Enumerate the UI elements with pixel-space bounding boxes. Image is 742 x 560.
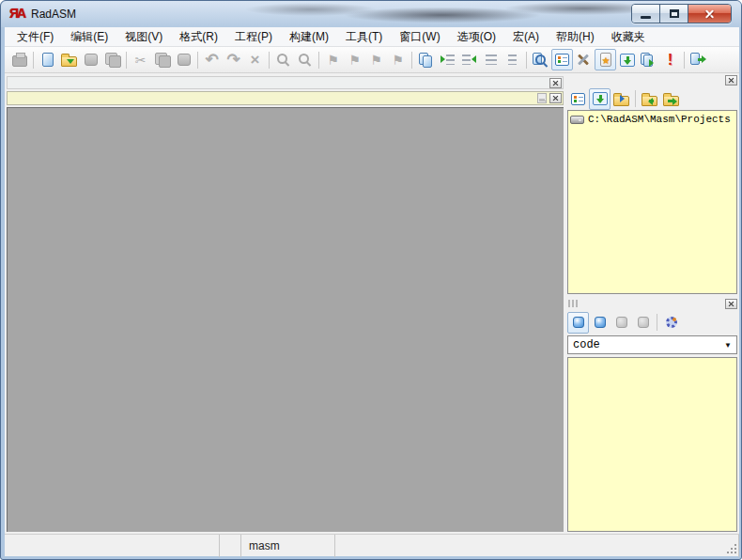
redo-button: ↷ (223, 49, 244, 70)
toolbar-separator (684, 52, 685, 69)
browse-folder-button[interactable] (611, 88, 632, 110)
new-file-button[interactable] (37, 49, 58, 70)
project-browser-icon (555, 54, 569, 66)
copy-lines-button[interactable] (415, 49, 437, 70)
chevron-down-icon[interactable]: ▼ (719, 341, 736, 350)
menu-tools[interactable]: 工具(T) (337, 27, 391, 47)
file-browser-list-icon (571, 93, 585, 105)
project-panel-toolbar (567, 87, 737, 110)
toolbar-separator (318, 52, 319, 69)
menu-project[interactable]: 工程(P) (226, 27, 281, 47)
section-data-icon (595, 317, 606, 328)
bookmark-flag-icon: ⚑ (392, 54, 404, 67)
properties-gear-icon (666, 317, 677, 328)
trim-lines-button (502, 49, 523, 70)
properties-panel-toolbar (567, 311, 737, 334)
toggle-bookmark-button: ⚑ (322, 49, 344, 70)
section-data-button[interactable] (589, 312, 611, 334)
toolbar-separator (269, 52, 270, 69)
maximize-button[interactable] (660, 5, 688, 23)
addin-strip-close-button[interactable] (549, 78, 562, 88)
client-area: C:\RadASM\Masm\Projects code ▼ (5, 73, 739, 534)
exit-button[interactable] (688, 49, 709, 70)
mini-scrollbar[interactable] (537, 93, 547, 103)
drive-icon (570, 116, 584, 124)
section-disabled-2-icon (638, 317, 649, 328)
save-all-button (101, 49, 123, 70)
menu-file[interactable]: 文件(F) (8, 27, 62, 47)
menu-window[interactable]: 窗口(W) (391, 27, 448, 47)
open-file-button[interactable] (58, 49, 80, 70)
print-icon (12, 55, 27, 67)
get-files-button[interactable] (589, 88, 611, 110)
save-all-icon (105, 53, 120, 67)
menu-make[interactable]: 构建(M) (281, 27, 337, 47)
run-icon (641, 53, 657, 68)
tree-item-label: C:\RadASM\Masm\Projects (588, 114, 731, 125)
section-disabled-1-button (611, 312, 632, 334)
radasm-window: ЯA RadASM 文件(F) 编辑(E) 视图(V) 格式(R) 工程(P) … (0, 0, 742, 560)
exit-icon (690, 53, 706, 67)
menu-favorites[interactable]: 收藏夹 (603, 27, 654, 47)
section-combobox-value: code (568, 338, 719, 351)
report-error-button[interactable]: ! (659, 49, 681, 70)
justify-icon (486, 54, 497, 65)
justify-button (480, 49, 502, 70)
assemble-button[interactable] (616, 49, 638, 70)
bookmark-flag-icon: ⚑ (370, 54, 382, 67)
menu-help[interactable]: 帮助(H) (548, 27, 603, 47)
properties-button[interactable] (660, 312, 682, 334)
run-button[interactable] (638, 49, 659, 70)
menu-edit[interactable]: 编辑(E) (62, 27, 116, 47)
project-browser-toggle-button[interactable] (551, 49, 573, 70)
save-icon (85, 54, 98, 66)
output-strip-close-button[interactable] (549, 93, 562, 103)
window-title: RadASM (31, 8, 76, 21)
cut-icon: ✂ (135, 54, 147, 67)
favorites-toggle-button[interactable]: ★ (595, 49, 616, 70)
panel-drag-grip[interactable] (568, 300, 580, 307)
bookmark-flag-icon: ⚑ (348, 54, 361, 67)
status-segment-assembler: masm (241, 535, 335, 557)
close-icon (703, 8, 716, 20)
properties-panel-close-button[interactable] (725, 299, 737, 309)
tree-item-projects-folder[interactable]: C:\RadASM\Masm\Projects (570, 114, 734, 125)
menu-view[interactable]: 视图(V) (116, 27, 171, 47)
replace-button (294, 49, 316, 70)
trim-lines-icon (508, 54, 517, 65)
app-logo-icon: ЯA (9, 6, 24, 21)
next-bookmark-button: ⚑ (344, 49, 365, 70)
close-button[interactable] (688, 5, 731, 23)
properties-list (567, 357, 737, 532)
folder-back-button[interactable] (639, 88, 660, 110)
project-file-tree: C:\RadASM\Masm\Projects (567, 110, 737, 294)
titlebar[interactable]: ЯA RadASM (1, 1, 742, 27)
addin-strip-output (7, 91, 564, 105)
open-file-icon (61, 56, 77, 67)
find-icon (276, 53, 290, 67)
section-combobox[interactable]: code ▼ (567, 335, 737, 354)
outdent-icon (462, 54, 476, 65)
project-panel-close-button[interactable] (725, 75, 737, 86)
copy-lines-icon (419, 53, 434, 68)
statusbar: masm (5, 534, 739, 556)
clear-bookmarks-button: ⚑ (387, 49, 409, 70)
minimize-button[interactable] (632, 5, 660, 23)
resize-grip[interactable] (725, 542, 736, 553)
folder-forward-button[interactable] (660, 88, 682, 110)
menu-options[interactable]: 选项(O) (449, 27, 504, 47)
menu-macro[interactable]: 宏(A) (504, 27, 548, 47)
menu-format[interactable]: 格式(R) (171, 27, 226, 47)
paste-icon (178, 54, 191, 66)
delete-icon: × (251, 52, 260, 68)
tools-button[interactable] (573, 49, 595, 70)
section-code-button[interactable] (567, 312, 589, 334)
outdent-button[interactable] (458, 49, 480, 70)
replace-icon (298, 53, 312, 67)
save-button (80, 49, 101, 70)
find-in-files-button[interactable] (530, 49, 551, 70)
indent-button[interactable] (437, 49, 458, 70)
mdi-workspace (7, 107, 564, 532)
toolbar-separator (126, 52, 127, 69)
file-browser-list-button[interactable] (567, 88, 589, 110)
